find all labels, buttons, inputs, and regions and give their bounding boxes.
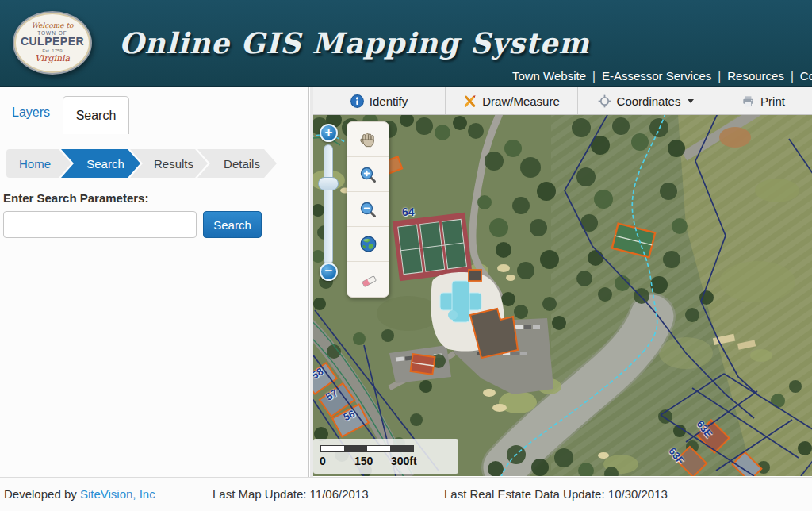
nav-town-website[interactable]: Town Website	[512, 69, 586, 83]
last-real-estate-update-text: Last Real Estate Data Update: 10/30/2013	[444, 487, 668, 501]
breadcrumb: Home Search Results Details	[6, 149, 277, 178]
scale-bar-segments	[320, 445, 414, 452]
parcel-label-64: 64	[402, 206, 415, 218]
app-header: Welcome to TOWN OF CULPEPER Est. 1759 Vi…	[0, 0, 812, 87]
last-map-update-text: Last Map Update: 11/06/2013	[213, 487, 369, 501]
tab-search[interactable]: Search	[63, 96, 129, 134]
chevron-down-icon	[688, 99, 694, 103]
coordinates-label: Coordinates	[617, 94, 681, 108]
zoom-out-tool-button[interactable]	[347, 192, 389, 227]
print-label: Print	[760, 94, 785, 108]
scale-mid-label: 150	[354, 455, 373, 467]
zoom-out-button[interactable]: −	[320, 263, 338, 281]
zoom-slider-thumb[interactable]	[318, 177, 339, 190]
breadcrumb-results[interactable]: Results	[130, 149, 208, 178]
zoom-in-tool-button[interactable]	[347, 157, 389, 192]
developed-by-text: Developed by SiteVision, Inc	[4, 487, 155, 501]
logo-welcome-text: Welcome to	[32, 22, 74, 29]
tennis-courts	[393, 213, 473, 282]
tab-layers[interactable]: Layers	[12, 106, 50, 120]
identify-label: Identify	[370, 94, 408, 108]
zoom-in-magnifier-icon	[358, 165, 377, 184]
nav-resources[interactable]: Resources	[727, 69, 784, 83]
coordinates-icon	[598, 94, 611, 108]
breadcrumb-home[interactable]: Home	[6, 149, 71, 178]
left-panel: Layers Search Home Search Results Detail…	[0, 87, 309, 477]
scale-end-label: 300ft	[391, 455, 417, 467]
logo-town-name: CULPEPER	[21, 36, 84, 48]
zoom-out-magnifier-icon	[358, 200, 377, 219]
zoom-in-button[interactable]: +	[320, 124, 338, 142]
full-extent-button[interactable]	[347, 227, 389, 262]
small-red-building	[411, 354, 435, 375]
panel-tab-bar: Layers Search	[0, 87, 308, 133]
info-icon	[350, 94, 364, 108]
pan-tool-button[interactable]	[347, 122, 389, 157]
zoom-slider-track[interactable]	[324, 144, 333, 265]
draw-measure-label: Draw/Measure	[482, 94, 560, 108]
page-title: Online GIS Mapping System	[119, 26, 590, 60]
pan-hand-icon	[358, 129, 378, 150]
draw-measure-button[interactable]: Draw/Measure	[446, 87, 578, 114]
identify-button[interactable]: Identify	[313, 87, 446, 114]
eraser-tool-button[interactable]	[347, 262, 389, 297]
breadcrumb-details[interactable]: Details	[197, 149, 277, 178]
scale-start-label: 0	[320, 455, 326, 467]
nav-contact-clipped[interactable]: Co	[800, 69, 812, 83]
town-seal-logo: Welcome to TOWN OF CULPEPER Est. 1759 Vi…	[13, 11, 92, 75]
sitevision-link[interactable]: SiteVision, Inc	[80, 487, 155, 501]
map-canvas[interactable]: + −	[313, 115, 812, 476]
nav-separator: |	[711, 69, 727, 83]
search-input[interactable]	[3, 211, 197, 238]
globe-icon	[358, 234, 378, 254]
scale-bar: 0 150 300ft	[313, 439, 458, 474]
developed-by-prefix: Developed by	[4, 487, 80, 501]
status-footer: Developed by SiteVision, Inc Last Map Up…	[0, 477, 812, 511]
eraser-icon	[358, 270, 378, 290]
draw-measure-icon	[463, 94, 477, 108]
logo-state-text: Virginia	[35, 54, 70, 63]
breadcrumb-search[interactable]: Search	[61, 149, 140, 178]
search-button[interactable]: Search	[203, 211, 262, 238]
nav-separator: |	[586, 69, 602, 83]
printer-icon	[741, 94, 755, 108]
search-parameters-label: Enter Search Parameters:	[3, 191, 148, 205]
map-tool-palette	[347, 121, 389, 298]
nav-e-assessor-services[interactable]: E-Assessor Services	[602, 69, 711, 83]
map-toolbar: Identify Draw/Measure Coordinates Print	[313, 87, 812, 115]
nav-separator: |	[784, 69, 800, 83]
coordinates-button[interactable]: Coordinates	[578, 87, 714, 114]
top-nav: Town Website | E-Assessor Services | Res…	[512, 69, 812, 83]
print-button[interactable]: Print	[714, 87, 812, 114]
